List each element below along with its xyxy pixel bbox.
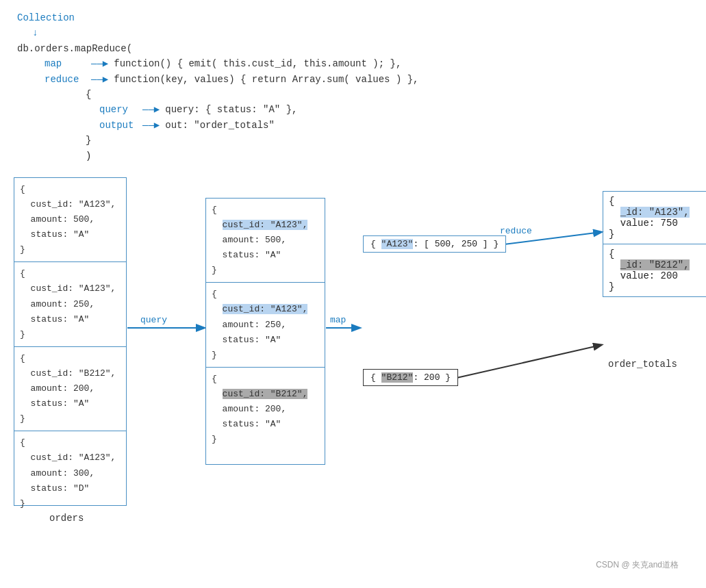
options-open: { bbox=[86, 87, 692, 102]
order-record-4: { cust_id: "A123", amount: 300, status: … bbox=[14, 431, 126, 515]
svg-text:reduce: reduce bbox=[500, 226, 532, 236]
watermark: CSDN @ 夹克and道格 bbox=[596, 559, 679, 571]
order-totals-label: order_totals bbox=[608, 359, 677, 370]
output-label: output bbox=[99, 118, 137, 133]
arrow-down-icon: ↓ bbox=[32, 25, 692, 40]
output-value: out: "order_totals" bbox=[165, 118, 275, 133]
map-param-row: map ——▶ function() { emit( this.cust_id,… bbox=[45, 56, 692, 71]
map-arrow-icon: ——▶ bbox=[91, 56, 108, 71]
map-key-a123: "A123" bbox=[381, 239, 414, 249]
query-label: query bbox=[99, 102, 137, 117]
order-record-3: { cust_id: "B212", amount: 200, status: … bbox=[14, 347, 126, 431]
orders-label: orders bbox=[49, 513, 84, 524]
filtered-record-1: { cust_id: "A123", amount: 500, status: … bbox=[206, 199, 325, 283]
reduce-param-row: reduce ——▶ function(key, values) { retur… bbox=[45, 72, 692, 87]
svg-text:map: map bbox=[330, 315, 346, 325]
output-arrow-icon: ——▶ bbox=[142, 118, 160, 133]
diagram-section: query map reduce { cust_id: "A123", amou… bbox=[14, 177, 692, 574]
highlight-a123-2: cust_id: "A123", bbox=[223, 304, 308, 314]
output-record-b212: { _id: "B212", value: 200 } bbox=[603, 244, 706, 296]
filtered-box: { cust_id: "A123", amount: 500, status: … bbox=[205, 198, 325, 465]
output-record-a123: { _id: "A123", value: 750 } bbox=[603, 192, 706, 244]
highlight-a123-1: cust_id: "A123", bbox=[223, 220, 308, 230]
map-result-b212: { "B212": 200 } bbox=[363, 369, 458, 386]
reduce-value: function(key, values) { return Array.sum… bbox=[114, 72, 418, 87]
filtered-record-2: { cust_id: "A123", amount: 250, status: … bbox=[206, 283, 325, 367]
svg-text:query: query bbox=[140, 315, 167, 325]
order-record-2: { cust_id: "A123", amount: 250, status: … bbox=[14, 262, 126, 346]
map-value: function() { emit( this.cust_id, this.am… bbox=[114, 56, 401, 71]
svg-line-6 bbox=[451, 345, 601, 379]
map-result-a123: { "A123": [ 500, 250 ] } bbox=[363, 235, 506, 253]
highlight-b212: cust_id: "B212", bbox=[223, 389, 308, 399]
output-box: { _id: "A123", value: 750 } { _id: "B212… bbox=[603, 191, 706, 297]
map-label: map bbox=[45, 56, 86, 71]
map-key-b212: "B212" bbox=[381, 372, 414, 383]
code-section: Collection ↓ db.orders.mapReduce( map ——… bbox=[17, 10, 692, 164]
orders-box: { cust_id: "A123", amount: 500, status: … bbox=[14, 177, 127, 506]
query-arrow-icon: ——▶ bbox=[142, 102, 160, 117]
reduce-arrow-icon: ——▶ bbox=[91, 72, 108, 87]
reduce-label: reduce bbox=[45, 72, 86, 87]
close-paren: ) bbox=[86, 149, 692, 164]
output-id-a123: _id: "A123", bbox=[620, 207, 690, 218]
code-line-1: db.orders.mapReduce( bbox=[17, 41, 692, 56]
collection-label: Collection bbox=[17, 12, 75, 23]
query-value: query: { status: "A" }, bbox=[165, 102, 297, 117]
options-block: { query ——▶ query: { status: "A" }, outp… bbox=[86, 87, 692, 149]
options-close: } bbox=[86, 133, 692, 148]
order-record-1: { cust_id: "A123", amount: 500, status: … bbox=[14, 178, 126, 262]
filtered-record-3: { cust_id: "B212", amount: 200, status: … bbox=[206, 368, 325, 451]
query-param-row: query ——▶ query: { status: "A" }, bbox=[99, 102, 692, 117]
output-param-row: output ——▶ out: "order_totals" bbox=[99, 118, 692, 133]
output-id-b212: _id: "B212", bbox=[620, 259, 690, 270]
